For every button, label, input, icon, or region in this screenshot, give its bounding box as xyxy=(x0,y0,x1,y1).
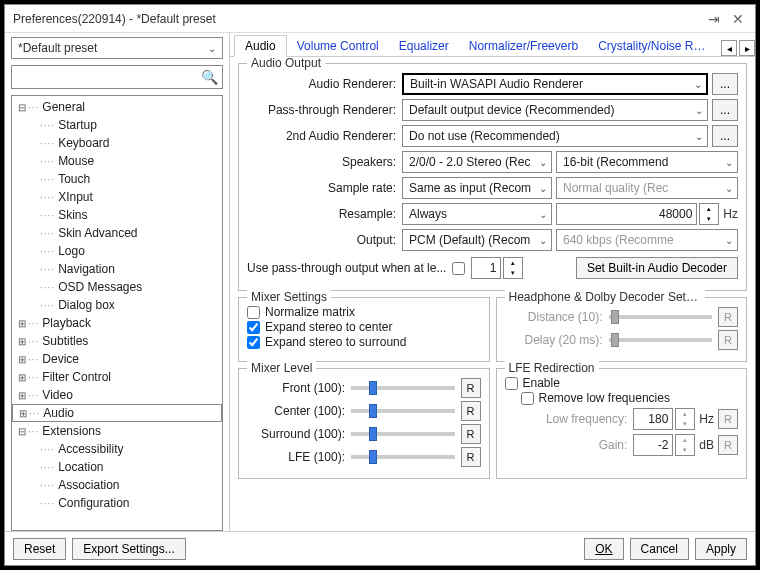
tab-volume[interactable]: Volume Control xyxy=(287,36,389,56)
tab-scroll-left[interactable]: ◂ xyxy=(721,40,737,56)
expand-icon[interactable]: ⊞ xyxy=(16,390,28,401)
export-button[interactable]: Export Settings... xyxy=(72,538,185,560)
renderer-more-button[interactable]: ... xyxy=(712,73,738,95)
dropdown-renderer[interactable]: Built-in WASAPI Audio Renderer⌄ xyxy=(402,73,708,95)
search-icon[interactable]: 🔍 xyxy=(201,69,218,85)
reset-delay-button[interactable]: R xyxy=(718,330,738,350)
chk-remove-low[interactable]: Remove low frequencies xyxy=(521,391,739,405)
step-down-icon[interactable]: ▾ xyxy=(676,419,694,429)
tree-item[interactable]: ····Skin Advanced xyxy=(12,224,222,242)
step-down-icon[interactable]: ▾ xyxy=(504,268,522,278)
tab-crystality[interactable]: Crystality/Noise Redu xyxy=(588,36,719,56)
chk-expand-surround[interactable]: Expand stereo to surround xyxy=(247,335,481,349)
slider-center[interactable] xyxy=(351,409,455,413)
slider-thumb[interactable] xyxy=(369,381,377,395)
dropdown-second-renderer[interactable]: Do not use (Recommended)⌄ xyxy=(402,125,708,147)
tree-item-extensions[interactable]: ⊟···Extensions xyxy=(12,422,222,440)
step-down-icon[interactable]: ▾ xyxy=(700,214,718,224)
step-down-icon[interactable]: ▾ xyxy=(676,445,694,455)
tree-item-audio[interactable]: ⊞···Audio xyxy=(12,404,222,422)
tree-item-general[interactable]: ⊟···General xyxy=(12,98,222,116)
slider-front[interactable] xyxy=(351,386,455,390)
slider-thumb[interactable] xyxy=(369,450,377,464)
reset-lfe-button[interactable]: R xyxy=(461,447,481,467)
reset-front-button[interactable]: R xyxy=(461,378,481,398)
slider-delay[interactable] xyxy=(609,338,713,342)
category-tree[interactable]: ⊟···General ····Startup ····Keyboard ···… xyxy=(11,95,223,531)
tree-item[interactable]: ····Mouse xyxy=(12,152,222,170)
reset-lowfreq-button[interactable]: R xyxy=(718,409,738,429)
reset-center-button[interactable]: R xyxy=(461,401,481,421)
tab-scroll-right[interactable]: ▸ xyxy=(739,40,755,56)
dropdown-passthrough[interactable]: Default output device (Recommended)⌄ xyxy=(402,99,708,121)
slider-thumb[interactable] xyxy=(369,427,377,441)
chk-expand-center[interactable]: Expand stereo to center xyxy=(247,320,481,334)
pin-icon[interactable]: ⇥ xyxy=(705,10,723,28)
tree-item[interactable]: ····Association xyxy=(12,476,222,494)
tree-item[interactable]: ····OSD Messages xyxy=(12,278,222,296)
step-up-icon[interactable]: ▴ xyxy=(504,258,522,268)
search-input[interactable] xyxy=(16,70,201,84)
tree-item-device[interactable]: ⊞···Device xyxy=(12,350,222,368)
tree-item[interactable]: ····Logo xyxy=(12,242,222,260)
slider-thumb[interactable] xyxy=(369,404,377,418)
second-more-button[interactable]: ... xyxy=(712,125,738,147)
passthrough-checkbox[interactable] xyxy=(452,262,465,275)
dropdown-quality[interactable]: Normal quality (Rec⌄ xyxy=(556,177,738,199)
chk-normalize[interactable]: Normalize matrix xyxy=(247,305,481,319)
tree-item[interactable]: ····Startup xyxy=(12,116,222,134)
dropdown-resample[interactable]: Always⌄ xyxy=(402,203,552,225)
tree-item-playback[interactable]: ⊞···Playback xyxy=(12,314,222,332)
step-up-icon[interactable]: ▴ xyxy=(676,435,694,445)
gain-stepper[interactable]: ▴▾ xyxy=(675,434,695,456)
tree-item[interactable]: ····Skins xyxy=(12,206,222,224)
tree-item[interactable]: ····Dialog box xyxy=(12,296,222,314)
expand-icon[interactable]: ⊞ xyxy=(16,318,28,329)
passthrough-stepper[interactable]: ▴▾ xyxy=(503,257,523,279)
collapse-icon[interactable]: ⊟ xyxy=(16,426,28,437)
cancel-button[interactable]: Cancel xyxy=(630,538,689,560)
apply-button[interactable]: Apply xyxy=(695,538,747,560)
passthrough-num-input[interactable]: 1 xyxy=(471,257,501,279)
dropdown-output[interactable]: PCM (Default) (Recom⌄ xyxy=(402,229,552,251)
tree-item[interactable]: ····XInput xyxy=(12,188,222,206)
collapse-icon[interactable]: ⊟ xyxy=(16,102,28,113)
tree-item-filter[interactable]: ⊞···Filter Control xyxy=(12,368,222,386)
reset-button[interactable]: Reset xyxy=(13,538,66,560)
reset-surround-button[interactable]: R xyxy=(461,424,481,444)
ok-button[interactable]: OK xyxy=(584,538,623,560)
reset-gain-button[interactable]: R xyxy=(718,435,738,455)
tree-item[interactable]: ····Location xyxy=(12,458,222,476)
expand-icon[interactable]: ⊞ xyxy=(16,372,28,383)
step-up-icon[interactable]: ▴ xyxy=(676,409,694,419)
dropdown-bitdepth[interactable]: 16-bit (Recommend⌄ xyxy=(556,151,738,173)
step-up-icon[interactable]: ▴ xyxy=(700,204,718,214)
lowfreq-input[interactable]: 180 xyxy=(633,408,673,430)
dropdown-speakers[interactable]: 2/0/0 - 2.0 Stereo (Rec⌄ xyxy=(402,151,552,173)
tree-item-subtitles[interactable]: ⊞···Subtitles xyxy=(12,332,222,350)
tree-item[interactable]: ····Touch xyxy=(12,170,222,188)
tab-equalizer[interactable]: Equalizer xyxy=(389,36,459,56)
tree-item-video[interactable]: ⊞···Video xyxy=(12,386,222,404)
chk-lfe-enable[interactable]: Enable xyxy=(505,376,739,390)
tree-item[interactable]: ····Keyboard xyxy=(12,134,222,152)
reset-distance-button[interactable]: R xyxy=(718,307,738,327)
dropdown-samplerate[interactable]: Same as input (Recom⌄ xyxy=(402,177,552,199)
slider-thumb[interactable] xyxy=(611,310,619,324)
slider-surround[interactable] xyxy=(351,432,455,436)
preset-dropdown[interactable]: *Default preset ⌄ xyxy=(11,37,223,59)
slider-distance[interactable] xyxy=(609,315,713,319)
resample-hz-input[interactable]: 48000 xyxy=(556,203,697,225)
lowfreq-stepper[interactable]: ▴▾ xyxy=(675,408,695,430)
close-icon[interactable]: ✕ xyxy=(729,10,747,28)
slider-lfe[interactable] xyxy=(351,455,455,459)
tree-item[interactable]: ····Configuration xyxy=(12,494,222,512)
gain-input[interactable]: -2 xyxy=(633,434,673,456)
tab-normalizer[interactable]: Normalizer/Freeverb xyxy=(459,36,588,56)
passthrough-more-button[interactable]: ... xyxy=(712,99,738,121)
slider-thumb[interactable] xyxy=(611,333,619,347)
tree-item[interactable]: ····Accessibility xyxy=(12,440,222,458)
expand-icon[interactable]: ⊞ xyxy=(16,354,28,365)
tree-item[interactable]: ····Navigation xyxy=(12,260,222,278)
expand-icon[interactable]: ⊞ xyxy=(17,408,29,419)
